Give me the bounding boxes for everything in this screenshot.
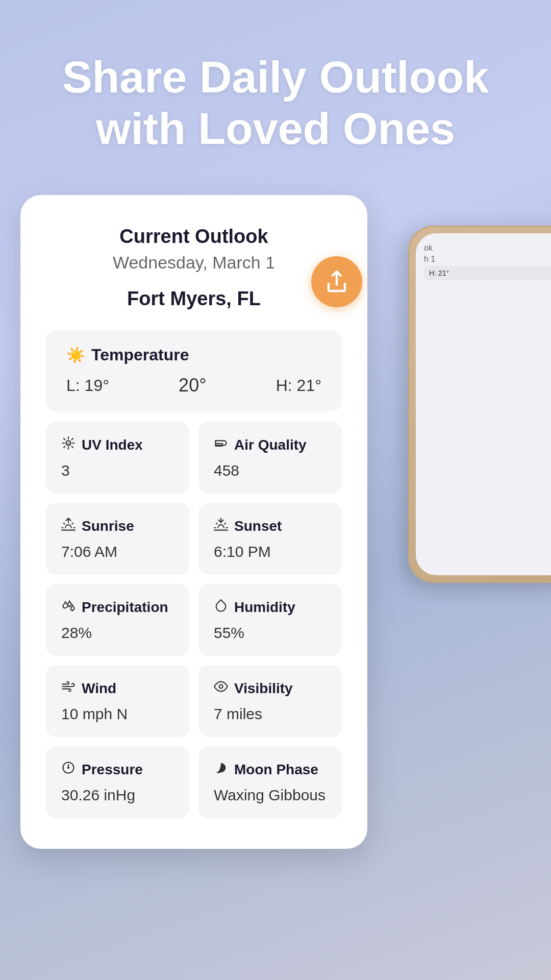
- metrics-grid: UV UV Index 3 Air Quality 458 Sunrise 7:…: [46, 422, 342, 818]
- metric-value-air-quality: 458: [214, 462, 327, 479]
- phone-screen: ok h 1 H: 21°: [416, 233, 551, 575]
- metric-header-sunrise: Sunrise: [61, 517, 174, 535]
- card-wrapper: Current Outlook Wednesday, March 1 Fort …: [0, 195, 551, 849]
- temp-current: 20°: [179, 375, 206, 396]
- metric-header-sunset: Sunset: [214, 517, 327, 535]
- air-quality-icon: [214, 436, 228, 454]
- visibility-icon: [214, 679, 228, 697]
- metric-card-sunset: Sunset 6:10 PM: [198, 503, 342, 575]
- metric-card-air-quality: Air Quality 458: [198, 422, 342, 494]
- metric-header-moon-phase: Moon Phase: [214, 761, 327, 778]
- metric-label-humidity: Humidity: [234, 599, 295, 616]
- metric-card-uv-index: UV UV Index 3: [46, 422, 189, 494]
- svg-line-3: [64, 438, 65, 439]
- metric-card-moon-phase: Moon Phase Waxing Gibbous: [198, 746, 342, 818]
- humidity-icon: [214, 598, 228, 616]
- metric-label-uv-index: UV Index: [82, 437, 143, 453]
- metric-header-wind: Wind: [61, 679, 174, 697]
- metric-value-humidity: 55%: [214, 624, 327, 642]
- metric-value-moon-phase: Waxing Gibbous: [214, 787, 327, 804]
- metric-value-precipitation: 28%: [61, 624, 174, 642]
- svg-text:UV: UV: [66, 442, 71, 446]
- metric-label-moon-phase: Moon Phase: [234, 762, 318, 778]
- share-icon: [324, 270, 349, 294]
- metric-value-uv-index: 3: [61, 462, 174, 479]
- metric-value-sunrise: 7:06 AM: [61, 543, 174, 560]
- metric-card-sunrise: Sunrise 7:06 AM: [46, 503, 189, 575]
- temperature-row: ☀️ Temperature L: 19° 20° H: 21°: [46, 330, 342, 411]
- share-button[interactable]: [311, 256, 362, 307]
- card-title: Current Outlook: [46, 226, 342, 248]
- svg-line-4: [72, 447, 73, 448]
- svg-line-12: [64, 523, 65, 524]
- metric-label-precipitation: Precipitation: [82, 599, 168, 616]
- sunset-icon: [214, 517, 228, 535]
- temp-low: L: 19°: [66, 376, 109, 395]
- svg-line-8: [72, 438, 73, 439]
- hero-title: Share Daily Outlook with Loved Ones: [0, 0, 551, 185]
- wind-icon: [61, 679, 76, 697]
- metric-value-pressure: 30.26 inHg: [61, 787, 174, 804]
- metric-header-air-quality: Air Quality: [214, 436, 327, 454]
- svg-point-23: [219, 685, 223, 689]
- temperature-values: L: 19° 20° H: 21°: [66, 375, 321, 396]
- card-date: Wednesday, March 1: [46, 253, 342, 273]
- card-location: Fort Myers, FL: [46, 288, 342, 310]
- hero-title-line2: with Loved Ones: [96, 103, 455, 154]
- metric-card-wind: Wind 10 mph N: [46, 665, 189, 737]
- metric-label-sunset: Sunset: [234, 518, 282, 534]
- metric-label-wind: Wind: [82, 680, 116, 697]
- metric-header-precipitation: Precipitation: [61, 598, 174, 616]
- metric-label-air-quality: Air Quality: [234, 437, 307, 453]
- metric-value-visibility: 7 miles: [214, 705, 327, 723]
- metric-label-pressure: Pressure: [82, 762, 143, 778]
- svg-line-7: [64, 447, 65, 448]
- metric-value-wind: 10 mph N: [61, 705, 174, 723]
- metric-label-sunrise: Sunrise: [82, 518, 134, 534]
- temperature-header: ☀️ Temperature: [66, 346, 321, 364]
- pressure-icon: [61, 761, 76, 778]
- metric-value-sunset: 6:10 PM: [214, 543, 327, 560]
- precipitation-icon: [61, 598, 76, 616]
- metric-label-visibility: Visibility: [234, 680, 293, 697]
- temp-high: H: 21°: [276, 376, 321, 395]
- metric-card-visibility: Visibility 7 miles: [198, 665, 342, 737]
- metric-card-pressure: Pressure 30.26 inHg: [46, 746, 189, 818]
- svg-line-21: [224, 523, 226, 524]
- uv-index-icon: UV: [61, 436, 76, 454]
- metric-card-humidity: Humidity 55%: [198, 584, 342, 656]
- svg-line-15: [72, 523, 73, 524]
- metric-header-visibility: Visibility: [214, 679, 327, 697]
- metric-header-uv-index: UV UV Index: [61, 436, 174, 454]
- temperature-label: Temperature: [91, 346, 189, 364]
- sun-icon: ☀️: [66, 346, 85, 364]
- metric-header-pressure: Pressure: [61, 761, 174, 778]
- hero-title-line1: Share Daily Outlook: [62, 52, 489, 102]
- sunrise-icon: [61, 517, 76, 535]
- phone-mockup: ok h 1 H: 21°: [408, 226, 551, 583]
- svg-line-18: [216, 523, 217, 524]
- metric-header-humidity: Humidity: [214, 598, 327, 616]
- metric-card-precipitation: Precipitation 28%: [46, 584, 189, 656]
- moon-phase-icon: [214, 761, 228, 778]
